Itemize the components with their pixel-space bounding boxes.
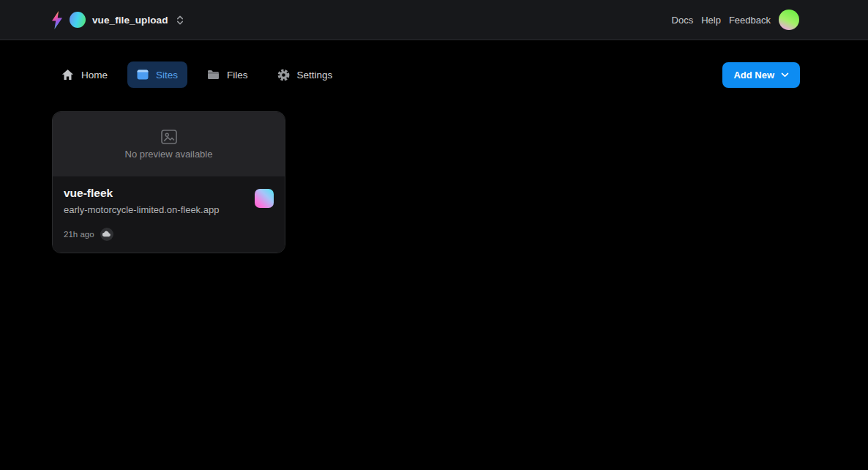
add-new-label: Add New — [733, 70, 774, 81]
tab-sites[interactable]: Sites — [127, 61, 187, 88]
topbar: vue_file_upload Docs Help Feedback — [0, 0, 868, 40]
site-card-info: vue-fleek early-motorcycle-limited.on-fl… — [53, 176, 285, 253]
folder-icon — [207, 70, 220, 80]
fleek-logo-zap-icon — [50, 10, 64, 30]
tab-files-label: Files — [227, 70, 248, 81]
no-preview-text: No preview available — [125, 149, 213, 160]
tab-home[interactable]: Home — [52, 61, 117, 88]
chevron-down-icon — [781, 72, 789, 78]
topbar-left: vue_file_upload — [50, 10, 185, 30]
site-domain-link[interactable]: early-motorcycle-limited.on-fleek.app — [64, 204, 219, 215]
docs-link[interactable]: Docs — [672, 13, 694, 27]
site-thumbnail — [255, 189, 274, 208]
help-link[interactable]: Help — [701, 13, 721, 27]
tab-sites-label: Sites — [156, 70, 178, 81]
site-card[interactable]: No preview available vue-fleek early-mot… — [52, 111, 285, 253]
tab-settings-label: Settings — [297, 70, 333, 81]
user-avatar[interactable] — [779, 10, 799, 30]
site-text-block: vue-fleek early-motorcycle-limited.on-fl… — [64, 187, 219, 215]
tab-list: Home Sites Files — [52, 61, 342, 88]
tab-files[interactable]: Files — [198, 61, 258, 88]
site-updated-time: 21h ago — [64, 230, 94, 239]
project-avatar — [70, 12, 86, 28]
tab-home-label: Home — [81, 70, 108, 81]
browser-icon — [137, 70, 149, 80]
image-placeholder-icon — [161, 130, 177, 144]
tab-settings[interactable]: Settings — [268, 61, 343, 88]
deployment-status-badge[interactable] — [100, 228, 113, 241]
project-name: vue_file_upload — [92, 15, 168, 26]
site-card-info-top: vue-fleek early-motorcycle-limited.on-fl… — [64, 187, 274, 215]
project-switcher-button[interactable] — [175, 12, 185, 27]
topbar-right: Docs Help Feedback — [672, 10, 799, 30]
feedback-link[interactable]: Feedback — [729, 13, 771, 27]
site-card-meta: 21h ago — [64, 228, 274, 241]
add-new-button[interactable]: Add New — [722, 62, 800, 88]
gear-icon — [277, 69, 290, 81]
site-preview-placeholder: No preview available — [53, 112, 285, 176]
cloud-icon — [102, 230, 111, 238]
site-name: vue-fleek — [64, 187, 219, 201]
home-icon — [61, 69, 74, 81]
up-down-chevron-icon — [176, 15, 184, 26]
sites-grid: No preview available vue-fleek early-mot… — [0, 111, 868, 253]
main-nav: Home Sites Files — [52, 61, 800, 88]
